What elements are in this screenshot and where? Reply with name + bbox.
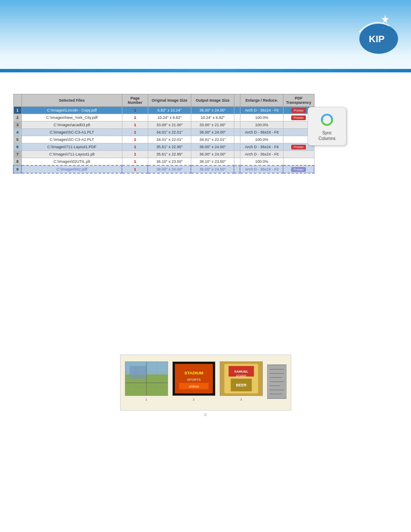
page-num: 1 xyxy=(122,121,148,129)
enlarge: 100.0% xyxy=(240,121,283,129)
sync-label-line1: Sync xyxy=(322,131,332,135)
table-row[interactable]: 3 C:\Images\acad03.plt 1 33.00" x 21.00"… xyxy=(13,121,314,129)
svg-text:KIP: KIP xyxy=(369,34,385,44)
col-header-output-size: Output Image Size xyxy=(191,94,234,107)
page-num: 1 xyxy=(122,158,148,166)
thumbnail-strip: 1 STADIUM SPORTS ARENA xyxy=(120,355,291,411)
flag xyxy=(234,158,240,166)
thumbnail-item[interactable] xyxy=(267,364,286,399)
pdf-trans xyxy=(283,151,314,158)
output-size: 34.01" x 22.01" xyxy=(191,136,234,143)
orig-size: 35.61" x 22.95" xyxy=(148,151,191,158)
thumbnail-item[interactable]: SAMUEL ADAMS BEER 3 xyxy=(220,361,263,401)
page-num: 1 xyxy=(122,136,148,143)
output-size: 36.00" x 24.00" xyxy=(191,165,234,173)
table-row[interactable]: 8 C:\Images\02UTIL.plt 1 36.10" x 23.50"… xyxy=(13,158,314,166)
page-num: 1 xyxy=(122,107,148,114)
thumb-image-4 xyxy=(267,364,286,399)
file-path: C:\Images\SC-C3-A2.PLT xyxy=(22,136,122,143)
table-row[interactable]: 4 C:\Images\SC-C3-A1.PLT 1 34.01" x 22.0… xyxy=(13,129,314,136)
enlarge: 100.0% xyxy=(240,114,283,121)
kip-logo-svg: KIP xyxy=(351,9,398,56)
table-section: Selected Files Page Number Original Imag… xyxy=(13,94,398,174)
divider-bar xyxy=(0,69,411,72)
printer-badge: Printer xyxy=(291,115,306,120)
output-size: 33.00" x 21.00" xyxy=(191,121,234,129)
file-path: C:\Images\711-Layout1.PDF xyxy=(22,143,122,151)
main-content: Selected Files Page Number Original Imag… xyxy=(0,72,411,428)
orig-size: 34.01" x 22.01" xyxy=(148,136,191,143)
sync-icon xyxy=(318,111,336,128)
thumb-map-svg xyxy=(125,361,168,396)
file-path: C:\Images\M2.pdf xyxy=(22,165,122,173)
output-size: 36.00" x 24.00" xyxy=(191,151,234,158)
orig-size: 34.01" x 22.01" xyxy=(148,129,191,136)
table-row[interactable]: 2 C:\Images\New_York_City.pdf 1 10.24" x… xyxy=(13,114,314,121)
printer-badge: Printer xyxy=(291,145,306,149)
thumb-num-2: 2 xyxy=(193,398,194,401)
file-path: C:\Images\711-Layout1.plt xyxy=(22,151,122,158)
page-num: 1 xyxy=(122,129,148,136)
orig-size: 10.24" x 6.82" xyxy=(148,114,191,121)
table-row[interactable]: 6 C:\Images\711-Layout1.PDF 1 35.61" x 2… xyxy=(13,143,314,151)
orig-size: 33.00" x 21.00" xyxy=(148,121,191,129)
output-size: 10.24" x 6.82" xyxy=(191,114,234,121)
orig-size: 36.00" x 24.00" xyxy=(148,165,191,173)
enlarge: Arch D - 36x24 - Fit xyxy=(240,165,283,173)
sync-label: Sync Columns xyxy=(318,130,335,141)
row-num: 9 xyxy=(13,165,22,173)
thumb-image-2: STADIUM SPORTS ARENA xyxy=(172,361,215,396)
header-logo: KIP xyxy=(351,9,398,56)
table-row[interactable]: 1 C:\Images\Lincoln - Copy.pdf 1 6.82" x… xyxy=(13,107,314,114)
thumb-blueprint-svg xyxy=(268,364,286,399)
page-num: 1 xyxy=(122,114,148,121)
thumb-image-1 xyxy=(125,361,168,396)
svg-marker-1 xyxy=(381,15,389,23)
col-header-enlarge: Enlarge / Reduce. xyxy=(240,94,283,107)
thumb-beer-svg: SAMUEL ADAMS BEER xyxy=(220,361,262,396)
flag xyxy=(234,136,240,143)
table-row[interactable]: 7 C:\Images\711-Layout1.plt 1 35.61" x 2… xyxy=(13,151,314,158)
col-header-orig-size: Original Image Size xyxy=(148,94,191,107)
sync-columns-button[interactable]: Sync Columns xyxy=(308,107,346,146)
orig-size: 36.10" x 23.50" xyxy=(148,158,191,166)
row-num: 3 xyxy=(13,121,22,129)
file-table: Selected Files Page Number Original Imag… xyxy=(13,94,314,174)
svg-text:STADIUM: STADIUM xyxy=(184,370,203,375)
flag xyxy=(234,143,240,151)
thumbnail-item[interactable]: STADIUM SPORTS ARENA 2 xyxy=(172,361,215,401)
col-header-flag xyxy=(234,94,240,107)
output-size: 36.00" x 24.00" xyxy=(191,129,234,136)
svg-text:SAMUEL: SAMUEL xyxy=(234,370,248,373)
row-num: 8 xyxy=(13,158,22,166)
row-num: 2 xyxy=(13,114,22,121)
printer-badge: Printer xyxy=(291,108,306,113)
thumbnail-item[interactable]: 1 xyxy=(125,361,168,401)
row-num: 1 xyxy=(13,107,22,114)
enlarge: Arch D - 36x24 - Fit xyxy=(240,143,283,151)
output-size: 36.00" x 24.00" xyxy=(191,107,234,114)
flag xyxy=(234,107,240,114)
enlarge: 100.0% xyxy=(240,158,283,166)
svg-text:ADAMS: ADAMS xyxy=(236,374,246,377)
thumbnail-area: 1 STADIUM SPORTS ARENA xyxy=(13,355,398,411)
orig-size: 35.61" x 22.95" xyxy=(148,143,191,151)
output-size: 36.10" x 23.50" xyxy=(191,158,234,166)
page-num: 1 xyxy=(122,143,148,151)
row-num: 4 xyxy=(13,129,22,136)
table-row[interactable]: 5 C:\Images\SC-C3-A2.PLT 1 34.01" x 22.0… xyxy=(13,136,314,143)
spacer xyxy=(13,174,398,355)
col-header-num xyxy=(13,94,22,107)
page-num: 1 xyxy=(122,165,148,173)
table-row[interactable]: 9 C:\Images\M2.pdf 1 36.00" x 24.00" 36.… xyxy=(13,165,314,173)
svg-text:BEER: BEER xyxy=(236,383,246,387)
output-size: 36.00" x 24.00" xyxy=(191,143,234,151)
row-num: 7 xyxy=(13,151,22,158)
enlarge: Arch D - 36x24 - Fit xyxy=(240,129,283,136)
sync-label-line2: Columns xyxy=(318,136,335,141)
pdf-trans xyxy=(283,158,314,166)
flag xyxy=(234,114,240,121)
thumb-num-3: 3 xyxy=(240,398,242,401)
file-path: C:\Images\New_York_City.pdf xyxy=(22,114,122,121)
col-header-pdf: PDF Transparency xyxy=(283,94,314,107)
